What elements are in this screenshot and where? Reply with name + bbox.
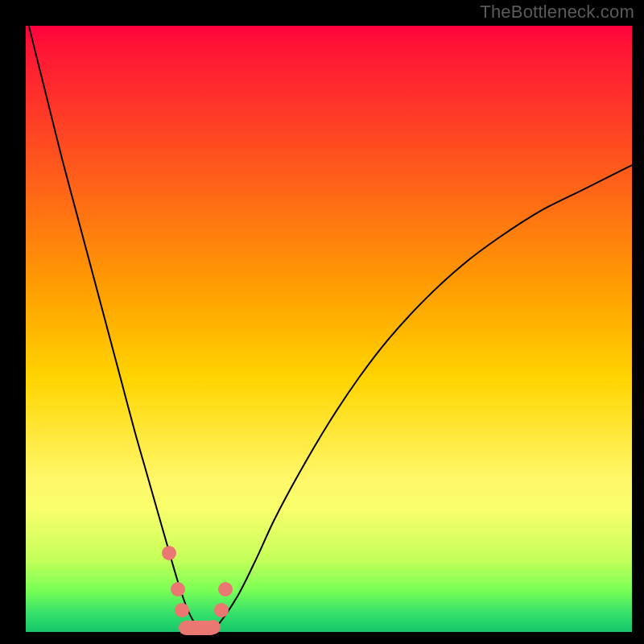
curve-marker (171, 582, 185, 597)
curve-marker (218, 582, 233, 597)
curve-marker (162, 546, 176, 560)
curve-marker (175, 603, 189, 617)
attribution-text: TheBottleneck.com (480, 2, 634, 23)
curve-marker (214, 603, 229, 617)
curve-marker (206, 620, 221, 634)
bottleneck-curve-path (26, 26, 632, 632)
bottleneck-curve-svg (26, 26, 632, 632)
